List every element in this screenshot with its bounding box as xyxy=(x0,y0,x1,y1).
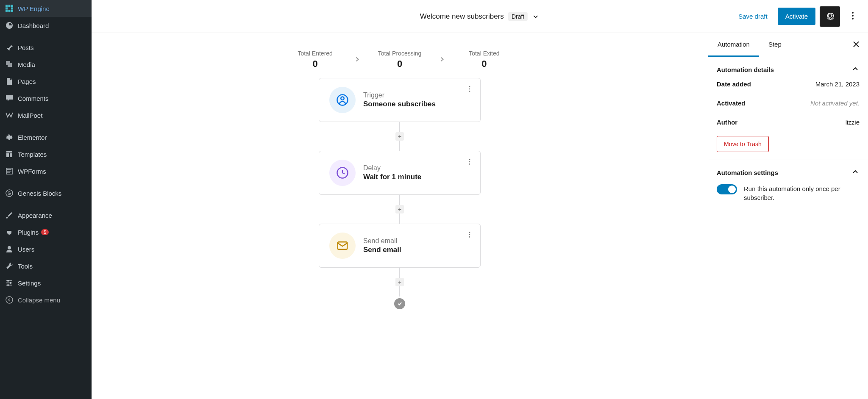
sidebar-item-posts[interactable]: Posts xyxy=(0,39,92,56)
detail-activated: Activated Not activated yet. xyxy=(717,94,860,113)
automation-title: Welcome new subscribers xyxy=(420,12,504,21)
stat-value: 0 xyxy=(463,58,505,69)
wpengine-icon xyxy=(5,4,14,13)
mail-icon xyxy=(329,233,356,259)
sidebar-item-dashboard[interactable]: Dashboard xyxy=(0,17,92,34)
node-label: Delay xyxy=(363,164,470,172)
sidebar-collapse[interactable]: Collapse menu xyxy=(0,291,92,308)
chevron-up-icon xyxy=(851,168,860,177)
stat-label: Total Exited xyxy=(463,50,505,57)
chevron-right-icon xyxy=(438,55,446,64)
sidebar-item-label: Pages xyxy=(18,78,36,85)
detail-date-added: Date added March 21, 2023 xyxy=(717,75,860,94)
sidebar-item-settings[interactable]: Settings xyxy=(0,274,92,291)
svg-point-13 xyxy=(7,284,9,286)
svg-point-26 xyxy=(469,163,470,165)
node-more-button[interactable] xyxy=(464,83,475,96)
page-icon xyxy=(5,77,14,86)
tab-automation[interactable]: Automation xyxy=(708,33,759,57)
more-options-button[interactable] xyxy=(844,6,861,27)
chevron-up-icon xyxy=(851,65,860,75)
tab-step[interactable]: Step xyxy=(759,33,791,57)
sidebar-item-label: Plugins xyxy=(18,229,39,236)
svg-point-16 xyxy=(852,15,854,17)
stat-value: 0 xyxy=(294,58,337,69)
more-vertical-icon xyxy=(466,233,473,240)
sidebar-item-wpforms[interactable]: WPForms xyxy=(0,163,92,180)
move-to-trash-button[interactable]: Move to Trash xyxy=(717,136,769,152)
sidebar-item-label: Media xyxy=(18,61,35,68)
add-node-button[interactable]: + xyxy=(395,205,404,213)
sidebar-item-label: Dashboard xyxy=(18,22,49,29)
stat-entered: Total Entered 0 xyxy=(294,50,337,69)
draft-badge: Draft xyxy=(508,12,528,21)
sidebar-item-label: Genesis Blocks xyxy=(18,190,61,197)
header-title-group[interactable]: Welcome new subscribers Draft xyxy=(420,12,540,21)
node-more-button[interactable] xyxy=(464,229,475,241)
chevron-down-icon xyxy=(532,13,540,20)
detail-label: Date added xyxy=(717,80,751,88)
svg-rect-7 xyxy=(11,10,13,12)
svg-point-28 xyxy=(469,232,470,233)
svg-point-19 xyxy=(341,97,344,100)
connector xyxy=(399,268,400,278)
sidebar-item-plugins[interactable]: Plugins 5 xyxy=(0,224,92,241)
sidebar-item-label: Elementor xyxy=(18,134,47,141)
more-vertical-icon xyxy=(848,11,858,22)
toggle-label: Run this automation only once per subscr… xyxy=(744,184,860,202)
gear-icon xyxy=(5,133,14,141)
node-delay[interactable]: Delay Wait for 1 minute xyxy=(319,151,481,195)
sidebar-item-mailpoet[interactable]: MailPoet xyxy=(0,107,92,124)
add-node-button[interactable]: + xyxy=(395,132,404,141)
stat-label: Total Entered xyxy=(294,50,337,57)
automation-details-section: Automation details Date added March 21, … xyxy=(708,57,868,160)
mailpoet-icon xyxy=(5,111,14,119)
close-panel-button[interactable] xyxy=(849,37,864,53)
save-draft-button[interactable]: Save draft xyxy=(732,8,773,24)
collapse-label: Collapse menu xyxy=(18,296,60,304)
node-send-email[interactable]: Send email Send email xyxy=(319,224,481,268)
more-vertical-icon xyxy=(466,161,473,167)
sidebar-item-comments[interactable]: Comments xyxy=(0,90,92,107)
node-title: Someone subscribes xyxy=(363,100,470,108)
close-icon xyxy=(852,44,860,50)
section-header[interactable]: Automation details xyxy=(717,65,860,75)
settings-button[interactable] xyxy=(820,6,840,27)
run-once-toggle[interactable] xyxy=(717,184,737,194)
sidebar-item-users[interactable]: Users xyxy=(0,241,92,258)
sidebar-item-pages[interactable]: Pages xyxy=(0,73,92,90)
panel-tabs: Automation Step xyxy=(708,33,868,57)
sidebar-item-media[interactable]: Media xyxy=(0,56,92,73)
sidebar-item-label: Tools xyxy=(18,263,33,270)
sidebar-item-templates[interactable]: Templates xyxy=(0,146,92,163)
sidebar-item-tools[interactable]: Tools xyxy=(0,258,92,274)
add-node-button[interactable]: + xyxy=(395,278,404,286)
svg-point-17 xyxy=(852,18,854,19)
sidebar-item-label: Appearance xyxy=(18,212,52,219)
clock-icon xyxy=(329,160,356,186)
svg-point-24 xyxy=(469,159,470,160)
stat-processing: Total Processing 0 xyxy=(378,50,422,69)
sidebar-item-label: WPForms xyxy=(18,168,46,175)
stats-row: Total Entered 0 Total Processing 0 Total… xyxy=(92,33,708,78)
activate-button[interactable]: Activate xyxy=(778,8,815,25)
sidebar-item-label: Settings xyxy=(18,280,41,287)
sidebar-item-label: Templates xyxy=(18,151,47,158)
detail-value: March 21, 2023 xyxy=(815,80,860,88)
node-trigger[interactable]: Trigger Someone subscribes xyxy=(319,78,481,122)
node-more-button[interactable] xyxy=(464,156,475,169)
detail-author: Author lizzie xyxy=(717,113,860,132)
sidebar-item-genesis[interactable]: G Genesis Blocks xyxy=(0,185,92,202)
svg-point-22 xyxy=(469,91,470,92)
sidebar-item-appearance[interactable]: Appearance xyxy=(0,207,92,224)
sidebar-item-elementor[interactable]: Elementor xyxy=(0,129,92,146)
sidebar-brand[interactable]: WP Engine xyxy=(0,0,92,17)
section-header[interactable]: Automation settings xyxy=(717,168,860,177)
collapse-icon xyxy=(5,296,14,304)
detail-value: Not activated yet. xyxy=(810,100,860,107)
person-icon xyxy=(329,87,356,113)
media-icon xyxy=(5,60,14,69)
form-icon xyxy=(5,167,14,175)
svg-point-21 xyxy=(469,89,470,90)
detail-label: Activated xyxy=(717,100,746,107)
